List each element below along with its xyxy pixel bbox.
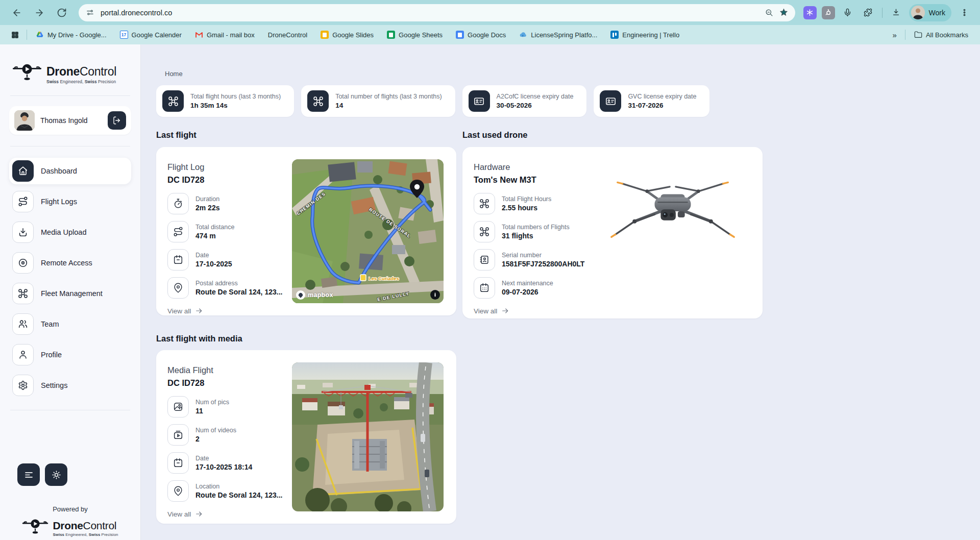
sidebar-item-fleet-management[interactable]: Fleet Management xyxy=(9,280,131,307)
sidebar-item-remote-access[interactable]: Remote Access xyxy=(9,250,131,276)
sidebar-item-settings[interactable]: Settings xyxy=(9,372,131,399)
apps-grid-icon[interactable] xyxy=(7,27,22,42)
sidebar-divider-top xyxy=(10,95,130,96)
user-name: Thomas Ingold xyxy=(40,116,102,125)
media-thumbnail[interactable] xyxy=(292,362,444,511)
user-card: Thomas Ingold xyxy=(9,106,131,135)
bookmark-google-calendar[interactable]: 17 Google Calender xyxy=(115,29,186,41)
theme-toggle-button[interactable] xyxy=(45,463,67,486)
downloads-icon[interactable] xyxy=(889,5,904,20)
reload-button[interactable] xyxy=(53,4,70,21)
profile-avatar xyxy=(911,6,925,19)
address-bar[interactable]: portal.dronecontrol.co xyxy=(79,4,795,21)
brand-logo: DroneControl Swiss Engineered, Swiss Pre… xyxy=(0,44,140,84)
map-info-button[interactable] xyxy=(430,290,440,300)
sidebar-divider-user xyxy=(10,146,130,146)
bookmarks-bar: My Drive - Google... 17 Google Calender … xyxy=(0,25,980,44)
bookmark-google-slides[interactable]: Google Slides xyxy=(316,29,378,41)
hardware-maintenance-row: Next maintenance09-07-2026 xyxy=(474,277,763,299)
bookmark-my-drive[interactable]: My Drive - Google... xyxy=(31,29,111,41)
download-tray-icon xyxy=(17,227,29,238)
home-icon xyxy=(17,165,29,177)
calendar-icon xyxy=(173,457,184,469)
svg-text:Les Curiades: Les Curiades xyxy=(369,276,399,281)
hardware-view-all[interactable]: View all xyxy=(474,307,763,315)
arrow-right-icon xyxy=(34,8,44,18)
trello-icon xyxy=(610,31,619,39)
bookmarks-overflow-chevron[interactable]: » xyxy=(889,31,901,39)
gmail-icon xyxy=(195,31,203,39)
sidebar-item-dashboard[interactable]: Dashboard xyxy=(9,158,131,184)
extension-snowflake-icon[interactable] xyxy=(803,6,817,19)
sidebar-divider-bottom xyxy=(10,410,130,410)
sidebar-item-profile[interactable]: Profile xyxy=(9,341,131,368)
all-bookmarks-button[interactable]: All Bookmarks xyxy=(910,29,973,41)
extension-hubspot-icon[interactable] xyxy=(822,6,835,19)
bookmark-licensespring[interactable]: LicenseSpring Platfo... xyxy=(514,29,602,41)
browser-profile-chip[interactable]: Work xyxy=(909,4,951,21)
mapbox-logo-icon xyxy=(296,290,305,300)
licensespring-cloud-icon xyxy=(519,31,527,39)
poi-les-curiades: Les Curiades xyxy=(360,275,399,281)
sidebar-item-media-upload[interactable]: Media Upload xyxy=(9,219,131,246)
browser-toolbar: portal.dronecontrol.co Work xyxy=(0,0,980,25)
forward-button[interactable] xyxy=(31,4,48,21)
zoom-icon[interactable] xyxy=(765,8,773,17)
bookmarks-divider xyxy=(27,30,27,40)
bookmark-google-sheets[interactable]: Google Sheets xyxy=(382,29,447,41)
media-flight-card: Media Flight DC ID728 Num of pics11 Num … xyxy=(156,350,456,524)
bookmark-dronecontrol[interactable]: DroneControl xyxy=(263,29,312,41)
hardware-card: Hardware Tom's New M3T Total Flight Hour… xyxy=(462,147,763,318)
brand-name: DroneControl xyxy=(46,66,116,78)
sidebar-item-team[interactable]: Team xyxy=(9,311,131,337)
id-card-icon xyxy=(605,95,617,107)
folder-icon xyxy=(914,31,922,39)
main-content: Home Total flight hours (last 3 months) … xyxy=(141,44,980,540)
profile-name: Work xyxy=(929,9,945,17)
hardware-serial-row: Serial number1581F5FJ7252800AH0LT xyxy=(474,249,763,271)
logout-icon xyxy=(112,116,121,125)
location-pin-icon xyxy=(173,282,184,293)
back-button[interactable] xyxy=(8,4,26,21)
breadcrumb: Home xyxy=(165,70,980,78)
dronecontrol-drone-icon xyxy=(12,63,42,83)
google-calendar-icon: 17 xyxy=(120,31,128,39)
stat-gvc-expiry: GVC license expiry date 31-07-2026 xyxy=(594,85,709,117)
url-text[interactable]: portal.dronecontrol.co xyxy=(101,9,758,17)
bookmark-star-icon[interactable] xyxy=(779,8,788,17)
google-drive-icon xyxy=(36,31,44,39)
sidebar-item-flight-logs[interactable]: Flight Logs xyxy=(9,188,131,215)
user-avatar xyxy=(14,110,35,131)
site-settings-icon[interactable] xyxy=(86,8,94,17)
bookmark-google-docs[interactable]: Google Docs xyxy=(451,29,510,41)
bookmark-gmail[interactable]: Gmail - mail box xyxy=(190,29,259,41)
flight-map[interactable]: CHEMIN DES ROUTE DE SORAL E DE LULLY Les… xyxy=(292,159,444,303)
dronecontrol-drone-icon xyxy=(22,518,48,536)
calendar-icon xyxy=(173,254,184,265)
image-icon xyxy=(173,401,184,412)
sidebar: DroneControl Swiss Engineered, Swiss Pre… xyxy=(0,44,141,540)
drone-icon xyxy=(17,288,29,299)
drone-icon xyxy=(479,198,490,209)
mapbox-attribution[interactable]: mapbox xyxy=(296,290,333,300)
hardware-title: Hardware xyxy=(474,162,763,172)
bookmark-trello[interactable]: Engineering | Trello xyxy=(606,29,684,41)
sun-icon xyxy=(51,470,62,480)
stat-total-flight-hours: Total flight hours (last 3 months) 1h 35… xyxy=(156,85,294,117)
extensions-puzzle-icon[interactable] xyxy=(861,5,876,20)
browser-menu-kebab-icon[interactable] xyxy=(957,5,972,20)
flight-log-view-all[interactable]: View all xyxy=(167,307,456,315)
calendar-icon xyxy=(479,282,490,293)
arrow-left-icon xyxy=(12,8,22,18)
stats-row: Total flight hours (last 3 months) 1h 35… xyxy=(156,85,980,117)
microphone-icon[interactable] xyxy=(840,5,855,20)
section-last-flight: Last flight xyxy=(156,130,462,140)
route-icon xyxy=(173,226,184,237)
collapse-menu-button[interactable] xyxy=(17,463,40,486)
arrow-right-icon xyxy=(195,510,203,518)
section-last-flight-media: Last flight with media xyxy=(156,334,980,343)
logout-button[interactable] xyxy=(108,111,126,130)
route-icon xyxy=(17,196,29,207)
contact-book-icon xyxy=(479,254,490,265)
toolbar-divider xyxy=(882,8,883,18)
